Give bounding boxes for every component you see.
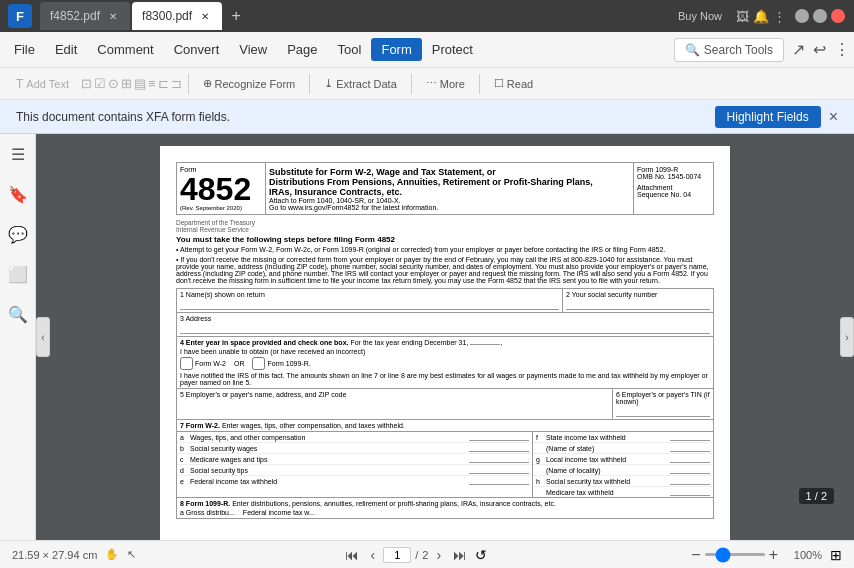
minimize-button[interactable] [795, 9, 809, 23]
back-icon[interactable]: ↩ [813, 40, 826, 59]
sidebar-pages-icon[interactable]: ⬜ [6, 262, 30, 286]
field7d-input[interactable] [469, 466, 529, 474]
sidebar-layers-icon[interactable]: ☰ [6, 142, 30, 166]
field7f-input[interactable] [670, 433, 710, 441]
field7h-input[interactable] [670, 477, 710, 485]
field7b-input[interactable] [469, 444, 529, 452]
tab-f8300[interactable]: f8300.pdf ✕ [132, 2, 222, 30]
field7b: b Social security wages [177, 443, 532, 454]
toolbar-icon-5[interactable]: ▤ [134, 76, 146, 91]
zoom-in-button[interactable]: + [769, 546, 778, 564]
field7g-letter: g [536, 456, 546, 463]
menu-comment[interactable]: Comment [87, 38, 163, 61]
field7-right: f State income tax withheld (Name of sta… [533, 432, 713, 497]
form-attach: Attach to Form 1040, 1040-SR, or 1040-X. [269, 197, 630, 204]
field7-header: 7 Form W-2. Enter wages, tips, other com… [176, 420, 714, 432]
menu-form[interactable]: Form [371, 38, 421, 61]
page-number-input[interactable] [383, 547, 411, 563]
tab-f8300-close[interactable]: ✕ [198, 9, 212, 23]
field3-cell: 3 Address [176, 313, 714, 337]
read-button[interactable]: ☐ Read [486, 74, 541, 93]
cursor-tool-icon[interactable]: ↖ [127, 548, 136, 561]
menu-tool[interactable]: Tool [328, 38, 372, 61]
field7-state: (Name of state) [533, 443, 713, 454]
field7-locality: (Name of locality) [533, 465, 713, 476]
field7a: a Wages, tips, and other compensation [177, 432, 532, 443]
menu-edit[interactable]: Edit [45, 38, 87, 61]
menu-protect[interactable]: Protect [422, 38, 483, 61]
zoom-out-button[interactable]: − [691, 546, 700, 564]
field6-input[interactable] [616, 407, 710, 417]
forward-icon[interactable]: ⋮ [834, 40, 850, 59]
buy-now-button[interactable]: Buy Now [672, 8, 728, 24]
xfa-message: This document contains XFA form fields. [16, 110, 230, 124]
sidebar-bookmark-icon[interactable]: 🔖 [6, 182, 30, 206]
rotate-icon[interactable]: ↺ [475, 547, 487, 563]
page-badge: 1 / 2 [799, 488, 834, 504]
menu-convert[interactable]: Convert [164, 38, 230, 61]
tab-f4852-close[interactable]: ✕ [106, 9, 120, 23]
hand-tool-icon[interactable]: ✋ [105, 548, 119, 561]
field7c-input[interactable] [469, 455, 529, 463]
zoom-slider[interactable] [705, 553, 765, 556]
instructions-heading: You must take the following steps before… [176, 235, 714, 244]
field7-locality-input[interactable] [670, 466, 710, 474]
zoom-control: − + 100% [691, 546, 822, 564]
new-tab-button[interactable]: + [224, 4, 248, 28]
sidebar-comment-icon[interactable]: 💬 [6, 222, 30, 246]
field7a-input[interactable] [469, 433, 529, 441]
toolbar-icon-6[interactable]: ≡ [148, 76, 156, 91]
first-page-button[interactable]: ⏮ [341, 545, 363, 565]
recognize-form-button[interactable]: ⊕ Recognize Form [195, 74, 304, 93]
prev-page-button[interactable]: ‹ [367, 545, 380, 565]
toolbar-icon-7[interactable]: ⊏ [158, 76, 169, 91]
toolbar-icon-8[interactable]: ⊐ [171, 76, 182, 91]
menu-file[interactable]: File [4, 38, 45, 61]
sidebar-search-icon[interactable]: 🔍 [6, 302, 30, 326]
field4-w2-checkbox[interactable] [180, 357, 193, 370]
field7d-letter: d [180, 467, 190, 474]
toolbar-icon-4[interactable]: ⊞ [121, 76, 132, 91]
search-tools-button[interactable]: 🔍 Search Tools [674, 38, 784, 62]
field7-medicare-input[interactable] [670, 488, 710, 496]
field4-1099r-checkbox[interactable] [252, 357, 265, 370]
add-text-button[interactable]: T Add Text [8, 74, 77, 94]
field4-checkboxes: Form W-2 OR Form 1099-R. [180, 357, 710, 370]
recognize-icon: ⊕ [203, 77, 212, 90]
field3-input[interactable] [180, 324, 710, 334]
field1-input[interactable] [180, 300, 559, 310]
extract-data-button[interactable]: ⤓ Extract Data [316, 74, 405, 93]
menu-view[interactable]: View [229, 38, 277, 61]
maximize-button[interactable] [813, 9, 827, 23]
field4-or: OR [234, 360, 245, 367]
omb: OMB No. 1545-0074 [637, 173, 710, 180]
last-page-button[interactable]: ⏭ [449, 545, 471, 565]
field7e-input[interactable] [469, 477, 529, 485]
add-text-label: Add Text [26, 78, 69, 90]
highlight-fields-button[interactable]: Highlight Fields [715, 106, 821, 128]
toolbar-icon-3[interactable]: ⊙ [108, 76, 119, 91]
close-button[interactable] [831, 9, 845, 23]
menu-page[interactable]: Page [277, 38, 327, 61]
toolbar-icon-2[interactable]: ☑ [94, 76, 106, 91]
collapse-left-button[interactable]: ‹ [36, 317, 50, 357]
field2-input[interactable] [566, 300, 710, 310]
next-page-button[interactable]: › [432, 545, 445, 565]
read-checkbox-icon: ☐ [494, 77, 504, 90]
form-subtitle2: IRAs, Insurance Contracts, etc. [269, 187, 630, 197]
toolbar-icon-1[interactable]: ⊡ [81, 76, 92, 91]
tab-f4852[interactable]: f4852.pdf ✕ [40, 2, 130, 30]
collapse-right-button[interactable]: › [840, 317, 854, 357]
field8-sub: a Gross distribu... [180, 509, 235, 516]
form-subtitle: Distributions From Pensions, Annuities, … [269, 177, 630, 187]
field7-state-input[interactable] [670, 444, 710, 452]
sequence: Sequence No. 04 [637, 191, 710, 198]
share-icon[interactable]: ↗ [792, 40, 805, 59]
more-button[interactable]: ⋯ More [418, 74, 473, 93]
add-text-icon: T [16, 77, 23, 91]
field7g-input[interactable] [670, 455, 710, 463]
fit-page-icon[interactable]: ⊞ [830, 547, 842, 563]
xfa-banner: This document contains XFA form fields. … [0, 100, 854, 134]
xfa-close-button[interactable]: × [829, 108, 838, 126]
field1-label: 1 Name(s) shown on return [180, 291, 265, 298]
